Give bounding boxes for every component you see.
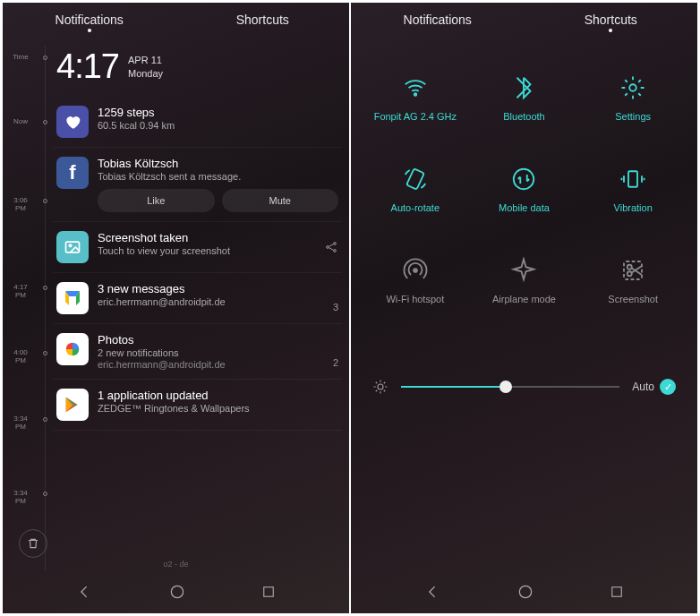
clock-date: APR 11 Monday (128, 54, 163, 80)
svg-rect-13 (624, 261, 642, 279)
svg-point-7 (414, 94, 417, 97)
nav-back[interactable] (424, 583, 442, 601)
brightness-slider[interactable] (401, 386, 619, 388)
notification-steps[interactable]: 1259 steps60.5 kcal 0.94 km (53, 97, 342, 148)
svg-point-10 (514, 169, 534, 190)
wifi-icon (399, 72, 431, 104)
notification-title: Screenshot taken (98, 231, 324, 244)
shortcut-label: Fonpit AG 2.4 GHz (374, 111, 457, 123)
shortcut-vibration[interactable]: Vibration (581, 146, 685, 232)
shortcut-hotspot[interactable]: Wi-Fi hotspot (363, 237, 467, 323)
svg-rect-9 (406, 169, 424, 190)
notification-subtitle: Touch to view your screenshot (98, 245, 324, 256)
shortcut-mobile[interactable]: Mobile data (473, 146, 576, 232)
notification-photos[interactable]: Photos2 new notificationseric.herrmann@a… (53, 324, 342, 380)
svg-point-1 (69, 244, 72, 247)
svg-rect-11 (628, 172, 637, 188)
notification-inbox[interactable]: 3 new messageseric.herrmann@androidpit.d… (53, 273, 342, 324)
tab-shortcuts[interactable]: Shortcuts (525, 13, 698, 27)
notification-action-like[interactable]: Like (98, 189, 215, 212)
notification-subtitle2: eric.herrmann@androidpit.de (98, 359, 333, 370)
notification-title: Tobias Költzsch (98, 157, 338, 170)
svg-rect-6 (263, 587, 273, 597)
svg-rect-18 (611, 587, 621, 597)
bluetooth-icon (508, 72, 540, 104)
timeline: TimeNow3:06PM4:17PM4:00PM3:34PM3:34PM (3, 46, 46, 570)
health-icon (56, 106, 89, 138)
brightness-auto-toggle[interactable]: ✓ (660, 379, 676, 395)
notification-count: 2 (333, 357, 338, 370)
notification-action-mute[interactable]: Mute (222, 189, 339, 212)
shortcut-label: Mobile data (499, 202, 550, 214)
tab-shortcuts[interactable]: Shortcuts (176, 13, 350, 27)
timeline-label: 4:00PM (3, 348, 38, 364)
notification-title: 3 new messages (98, 282, 333, 295)
notification-subtitle: Tobias Költzsch sent a message. (98, 171, 338, 182)
shortcut-label: Bluetooth (503, 111, 544, 123)
shortcut-label: Vibration (614, 202, 653, 214)
carrier-label: o2 - de (163, 560, 188, 569)
shortcut-screenshot[interactable]: Screenshot (581, 237, 685, 323)
notification-subtitle: eric.herrmann@androidpit.de (98, 296, 333, 307)
shortcut-rotate[interactable]: Auto-rotate (363, 146, 467, 232)
nav-home[interactable] (516, 583, 534, 601)
shortcut-wifi[interactable]: Fonpit AG 2.4 GHz (363, 55, 467, 141)
nav-home[interactable] (168, 583, 186, 601)
notification-fb[interactable]: fTobias KöltzschTobias Költzsch sent a m… (53, 148, 342, 222)
shortcut-label: Settings (615, 111, 651, 123)
tabs: Notifications Shortcuts (3, 3, 349, 37)
svg-point-17 (519, 586, 531, 597)
data-icon (508, 163, 540, 195)
shortcuts-panel: Notifications Shortcuts Fonpit AG 2.4 GH… (351, 3, 697, 613)
shortcut-airplane[interactable]: Airplane mode (473, 237, 576, 323)
notification-title: Photos (98, 333, 333, 346)
brightness-row: Auto ✓ (351, 368, 697, 406)
scissors-icon (617, 254, 649, 287)
timeline-label: 4:17PM (3, 283, 38, 299)
navbar (351, 570, 697, 613)
notification-subtitle: 2 new notifications (98, 347, 333, 358)
brightness-icon (372, 379, 388, 395)
nav-recent[interactable] (609, 584, 625, 600)
nav-recent[interactable] (260, 584, 277, 600)
timeline-label: 3:06PM (3, 196, 38, 212)
shortcut-label: Screenshot (608, 294, 658, 305)
timeline-label: Time (3, 53, 38, 61)
svg-point-15 (627, 265, 632, 270)
timeline-label: 3:34PM (3, 489, 38, 505)
shortcut-settings[interactable]: Settings (581, 55, 685, 141)
notification-count: 3 (333, 302, 338, 314)
clock: 4:17 APR 11 Monday (56, 47, 338, 86)
notification-title: 1 application updated (98, 389, 338, 402)
shortcut-bt[interactable]: Bluetooth (473, 55, 576, 141)
hotspot-icon (399, 254, 431, 287)
rotate-icon (399, 163, 431, 195)
gallery-icon (56, 231, 89, 263)
brightness-auto-label: Auto (632, 381, 654, 393)
facebook-icon: f (56, 157, 89, 189)
notification-subtitle: 60.5 kcal 0.94 km (98, 120, 338, 131)
svg-point-12 (414, 270, 417, 273)
clear-all-button[interactable] (19, 529, 47, 558)
notification-play[interactable]: 1 application updatedZEDGE™ Ringtones & … (53, 380, 342, 431)
notification-ss[interactable]: Screenshot takenTouch to view your scree… (53, 222, 342, 273)
navbar (3, 570, 349, 613)
gear-icon (617, 72, 649, 104)
vibration-icon (617, 163, 649, 195)
svg-point-4 (334, 250, 337, 252)
svg-point-3 (334, 243, 337, 245)
photos-icon (56, 333, 89, 365)
nav-back[interactable] (76, 583, 94, 601)
share-icon[interactable] (324, 240, 338, 254)
airplane-icon (508, 254, 540, 287)
shortcut-label: Wi-Fi hotspot (386, 294, 444, 305)
play-store-icon (56, 389, 89, 421)
tab-notifications[interactable]: Notifications (3, 13, 176, 27)
timeline-label: 3:34PM (3, 415, 38, 431)
tab-notifications[interactable]: Notifications (351, 13, 525, 27)
svg-point-2 (327, 246, 329, 249)
notification-title: 1259 steps (98, 106, 338, 119)
notifications-panel: Notifications Shortcuts TimeNow3:06PM4:1… (3, 3, 349, 613)
inbox-icon (56, 282, 89, 314)
svg-point-14 (627, 272, 632, 277)
